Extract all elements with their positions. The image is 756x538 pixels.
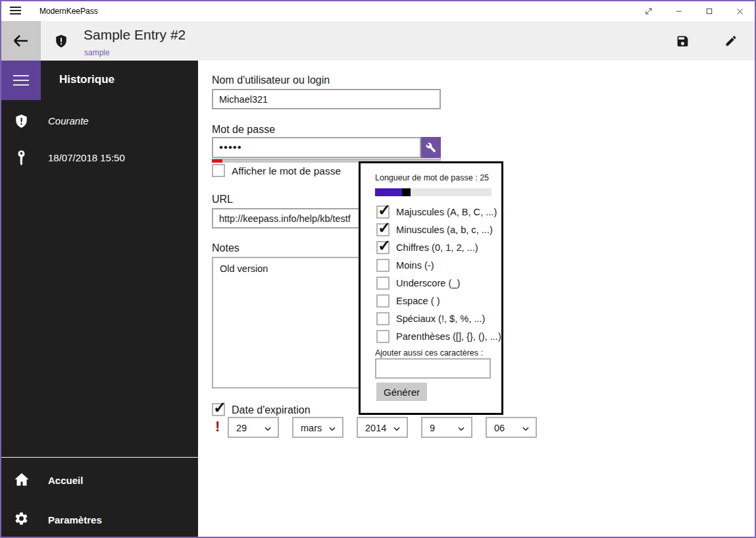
password-generator-popup: Longueur de mot de passe : 25 ✓ Majuscul… <box>359 161 503 415</box>
pencil-icon <box>724 34 738 47</box>
sidebar-item-current[interactable]: Courante <box>1 112 198 132</box>
option-checkbox[interactable]: ✓ <box>376 259 390 272</box>
close-button[interactable] <box>724 1 755 21</box>
chevron-down-icon <box>263 424 272 433</box>
password-strength-fill <box>212 159 222 163</box>
expiration-label: Date d'expiration <box>232 404 311 416</box>
username-label: Nom d'utilisateur ou login <box>212 74 330 86</box>
url-label: URL <box>212 194 233 205</box>
edit-button[interactable] <box>716 26 746 56</box>
titlebar-hamburger-icon[interactable] <box>10 7 21 15</box>
entry-shield-icon <box>54 34 68 49</box>
expiration-checkbox[interactable]: ✓ <box>212 403 225 416</box>
username-input[interactable] <box>212 89 441 109</box>
notes-label: Notes <box>212 242 239 254</box>
option-label: Parenthèses ([], {}, (), ...) <box>396 331 501 342</box>
titlebar: ModernKeePass <box>1 1 755 21</box>
generator-option-row: ✓ Espace ( ) <box>361 293 501 311</box>
sidebar-divider <box>1 457 198 458</box>
chevron-down-icon <box>521 424 530 433</box>
maximize-icon <box>705 7 713 15</box>
date-part-value: 2014 <box>365 423 386 433</box>
sidebar-hamburger-button[interactable] <box>1 61 41 100</box>
option-checkbox[interactable]: ✓ <box>376 205 390 219</box>
date-part-dropdown[interactable]: 06 <box>486 417 537 438</box>
show-password-label: Afficher le mot de passe <box>232 165 341 177</box>
sidebar: Historique Courante 18/07/2018 15:50 <box>1 61 198 537</box>
chevron-down-icon <box>328 424 337 433</box>
option-checkbox[interactable]: ✓ <box>376 294 390 308</box>
option-label: Chiffres (0, 1, 2, ...) <box>396 242 478 253</box>
password-input[interactable] <box>212 137 421 158</box>
key-icon <box>15 149 28 168</box>
option-label: Underscore (_) <box>396 278 460 288</box>
entry-title: Sample Entry #2 <box>84 27 186 43</box>
maximize-button[interactable] <box>694 1 724 21</box>
date-part-dropdown[interactable]: 29 <box>228 417 279 438</box>
app-window: ModernKeePass <box>0 0 756 538</box>
entry-group-link[interactable]: sample <box>84 48 110 57</box>
slider-thumb[interactable] <box>402 188 411 196</box>
slider-fill <box>375 188 402 196</box>
expiration-date-row: 29 mars 2014 9 06 <box>228 417 537 438</box>
generator-option-row: ✓ Parenthèses ([], {}, (), ...) <box>361 329 501 346</box>
generate-button[interactable]: Générer <box>376 383 427 401</box>
sidebar-item-home[interactable]: Accueil <box>1 471 198 491</box>
option-label: Minuscules (a, b, c, ...) <box>396 225 493 235</box>
entry-header: Sample Entry #2 sample <box>1 21 755 61</box>
checkmark-icon: ✓ <box>378 202 391 218</box>
home-icon <box>14 471 30 487</box>
sidebar-heading: Historique <box>59 73 114 86</box>
password-length-slider[interactable] <box>375 188 491 196</box>
generator-option-row: ✓ Spéciaux (!, $, %, ...) <box>361 311 501 329</box>
save-button[interactable] <box>667 26 697 56</box>
date-part-value: mars <box>301 423 322 433</box>
gear-icon <box>14 511 29 526</box>
generator-option-row: ✓ Moins (-) <box>361 257 501 275</box>
checkmark-icon: ✓ <box>378 238 391 254</box>
sidebar-item-label: 18/07/2018 15:50 <box>48 152 125 163</box>
date-part-dropdown[interactable]: mars <box>292 417 343 438</box>
shield-icon <box>14 112 29 130</box>
chevron-down-icon <box>457 424 466 433</box>
sidebar-item-label: Accueil <box>48 475 83 486</box>
password-length-label: Longueur de mot de passe : 25 <box>375 173 489 182</box>
show-password-checkbox[interactable]: ✓ <box>212 164 225 177</box>
option-checkbox[interactable]: ✓ <box>376 277 390 290</box>
password-length-value: 25 <box>480 173 489 182</box>
hamburger-icon <box>13 75 29 86</box>
sidebar-item-settings[interactable]: Paramètres <box>1 511 198 531</box>
expired-warning: ! <box>215 418 220 435</box>
chevron-down-icon <box>392 424 401 433</box>
option-label: Espace ( ) <box>396 296 440 306</box>
custom-chars-label: Ajouter aussi ces caractères : <box>375 348 483 358</box>
custom-chars-input[interactable] <box>375 358 491 379</box>
minimize-button[interactable] <box>664 1 694 21</box>
option-checkbox[interactable]: ✓ <box>376 223 390 236</box>
app-title: ModernKeePass <box>39 1 98 21</box>
date-part-dropdown[interactable]: 2014 <box>357 417 408 438</box>
sidebar-item-label: Paramètres <box>48 514 102 525</box>
option-label: Majuscules (A, B, C, ...) <box>396 207 497 217</box>
date-part-dropdown[interactable]: 9 <box>421 417 472 438</box>
option-checkbox[interactable]: ✓ <box>376 312 390 325</box>
generator-option-row: ✓ Chiffres (0, 1, 2, ...) <box>361 240 501 257</box>
wrench-icon <box>426 142 436 153</box>
password-generator-button[interactable] <box>421 137 441 158</box>
option-label: Moins (-) <box>396 260 434 271</box>
close-icon <box>736 7 744 16</box>
minimize-icon <box>675 7 683 15</box>
back-button[interactable] <box>1 21 41 61</box>
option-checkbox[interactable]: ✓ <box>376 330 390 343</box>
option-checkbox[interactable]: ✓ <box>376 241 390 254</box>
generator-options: ✓ Majuscules (A, B, C, ...) ✓ Minuscules… <box>361 204 501 346</box>
fullscreen-button[interactable] <box>634 1 664 21</box>
date-part-value: 29 <box>236 423 247 433</box>
sidebar-item-history-entry[interactable]: 18/07/2018 15:50 <box>1 149 198 169</box>
password-label: Mot de passe <box>212 124 275 136</box>
save-icon <box>676 34 690 48</box>
date-part-value: 9 <box>430 423 435 433</box>
checkmark-icon: ✓ <box>213 400 226 416</box>
back-arrow-icon <box>13 34 30 48</box>
option-label: Spéciaux (!, $, %, ...) <box>396 313 485 324</box>
